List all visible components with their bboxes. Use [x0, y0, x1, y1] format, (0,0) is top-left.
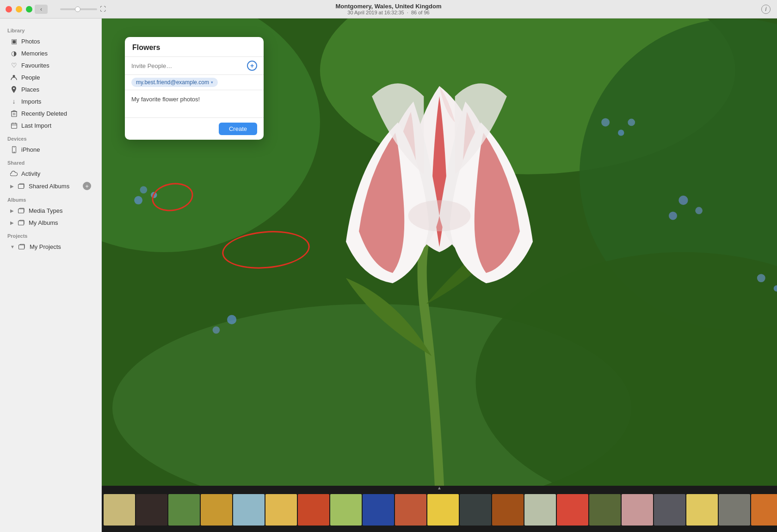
- filmstrip-thumb[interactable]: [298, 494, 329, 526]
- sidebar-item-imports[interactable]: ↓ Imports: [3, 95, 99, 107]
- zoom-thumb[interactable]: [75, 6, 80, 12]
- maximize-button[interactable]: [26, 6, 32, 12]
- photo-location: Montgomery, Wales, United Kingdom: [336, 3, 442, 10]
- svg-point-20: [618, 130, 624, 136]
- sidebar-item-favourites[interactable]: ♡ Favourites: [3, 59, 99, 71]
- svg-point-22: [678, 196, 688, 205]
- svg-rect-9: [19, 245, 25, 249]
- sidebar-item-iphone[interactable]: iPhone: [3, 143, 99, 155]
- cloud-icon: [10, 170, 18, 177]
- invite-people-input[interactable]: [131, 62, 243, 69]
- svg-point-1: [13, 87, 15, 89]
- sidebar-item-activity[interactable]: Activity: [3, 167, 99, 179]
- my-projects-icon: [18, 243, 26, 250]
- expand-icon: ▶: [10, 220, 14, 225]
- iphone-label: iPhone: [21, 146, 91, 153]
- places-label: Places: [21, 86, 91, 93]
- sidebar-item-last-import[interactable]: Last Import: [3, 119, 99, 131]
- filmstrip-thumb[interactable]: [589, 494, 621, 526]
- imports-icon: ↓: [10, 98, 18, 105]
- filmstrip-thumb[interactable]: [492, 494, 524, 526]
- sidebar-item-my-projects[interactable]: ▼ My Projects: [3, 241, 99, 253]
- sidebar-item-memories[interactable]: ◑ Memories: [3, 47, 99, 59]
- svg-point-23: [695, 207, 703, 214]
- svg-point-24: [669, 211, 677, 220]
- people-label: People: [21, 74, 91, 81]
- sidebar-item-media-types[interactable]: ▶ Media Types: [3, 204, 99, 217]
- filmstrip-thumb[interactable]: [557, 494, 588, 526]
- last-import-label: Last Import: [21, 122, 91, 129]
- album-name-input[interactable]: [132, 43, 256, 52]
- person-icon: [10, 74, 18, 81]
- sidebar-item-shared-albums[interactable]: ▶ Shared Albums +: [3, 179, 99, 192]
- dialog-title-bar: [125, 37, 264, 57]
- albums-section-label: Albums: [0, 192, 101, 204]
- svg-point-17: [151, 192, 157, 198]
- sidebar-item-people[interactable]: People: [3, 71, 99, 83]
- heart-icon: ♡: [10, 62, 18, 69]
- svg-rect-5: [13, 152, 15, 153]
- minimize-button[interactable]: [16, 6, 22, 12]
- titlebar-info: Montgomery, Wales, United Kingdom 30 Apr…: [336, 3, 442, 16]
- close-button[interactable]: [6, 6, 12, 12]
- filmstrip-thumb[interactable]: [330, 494, 362, 526]
- filmstrip-thumb[interactable]: [622, 494, 653, 526]
- sidebar-item-places[interactable]: Places: [3, 83, 99, 95]
- invite-add-button[interactable]: +: [247, 61, 257, 71]
- svg-point-29: [408, 200, 471, 231]
- message-area: My favorite flower photos!: [125, 90, 264, 118]
- filmstrip-thumb[interactable]: [136, 494, 167, 526]
- create-button[interactable]: Create: [219, 123, 257, 135]
- email-tag[interactable]: my.best.friend@example.com ▾: [131, 78, 218, 87]
- filmstrip-thumb[interactable]: [719, 494, 750, 526]
- sidebar-item-my-albums[interactable]: ▶ My Albums: [3, 217, 99, 229]
- app-body: Library ▣ Photos ◑ Memories ♡ Favourites…: [0, 19, 777, 532]
- filmstrip-thumb[interactable]: [686, 494, 718, 526]
- filmstrip-thumb[interactable]: [524, 494, 556, 526]
- back-button[interactable]: ‹: [35, 5, 48, 14]
- chevron-down-icon: ▾: [211, 80, 213, 85]
- filmstrip-thumb[interactable]: [395, 494, 426, 526]
- svg-point-19: [601, 118, 610, 126]
- create-shared-album-dialog[interactable]: + my.best.friend@example.com ▾ My favori…: [125, 37, 264, 140]
- sidebar-item-recently-deleted[interactable]: Recently Deleted: [3, 107, 99, 119]
- places-icon: [10, 86, 18, 93]
- filmstrip-thumb[interactable]: [654, 494, 685, 526]
- filmstrip-thumb[interactable]: [460, 494, 491, 526]
- svg-rect-6: [18, 185, 24, 189]
- sidebar-item-photos[interactable]: ▣ Photos: [3, 35, 99, 47]
- expand-icon: ⛶: [100, 6, 106, 12]
- add-shared-album-button[interactable]: +: [83, 182, 91, 190]
- zoom-slider-container[interactable]: ⛶: [60, 6, 106, 12]
- filmstrip-thumb[interactable]: [201, 494, 232, 526]
- window-controls[interactable]: [6, 6, 32, 12]
- filmstrip: ▲: [102, 486, 777, 532]
- filmstrip-thumb[interactable]: [265, 494, 297, 526]
- photo-meta: 30 April 2019 at 16:32:35 · 86 of 96: [336, 10, 442, 15]
- filmstrip-thumb[interactable]: [751, 494, 777, 526]
- my-projects-label: My Projects: [30, 243, 91, 250]
- media-types-icon: [18, 207, 25, 214]
- media-types-label: Media Types: [29, 207, 91, 214]
- filmstrip-thumb[interactable]: [233, 494, 265, 526]
- svg-rect-8: [18, 221, 24, 225]
- filmstrip-thumb[interactable]: [427, 494, 459, 526]
- photo-viewer: + my.best.friend@example.com ▾ My favori…: [102, 19, 777, 486]
- titlebar: ‹ ⛶ Montgomery, Wales, United Kingdom 30…: [0, 0, 777, 19]
- nav-controls[interactable]: ‹: [35, 5, 48, 14]
- expand-icon-down: ▼: [10, 244, 15, 249]
- filmstrip-items: [102, 490, 777, 527]
- svg-rect-7: [18, 209, 24, 213]
- filmstrip-thumb[interactable]: [168, 494, 200, 526]
- filmstrip-thumb[interactable]: [104, 494, 135, 526]
- favourites-label: Favourites: [21, 62, 91, 69]
- filmstrip-thumb[interactable]: [363, 494, 394, 526]
- iphone-icon: [10, 146, 18, 153]
- expand-icon: ▶: [10, 208, 14, 213]
- invite-row: +: [125, 57, 264, 75]
- filmstrip-arrow: ▲: [437, 486, 442, 490]
- info-button[interactable]: i: [761, 5, 771, 14]
- calendar-icon: [10, 122, 18, 129]
- dialog-footer: Create: [125, 118, 264, 140]
- zoom-track: [60, 8, 97, 10]
